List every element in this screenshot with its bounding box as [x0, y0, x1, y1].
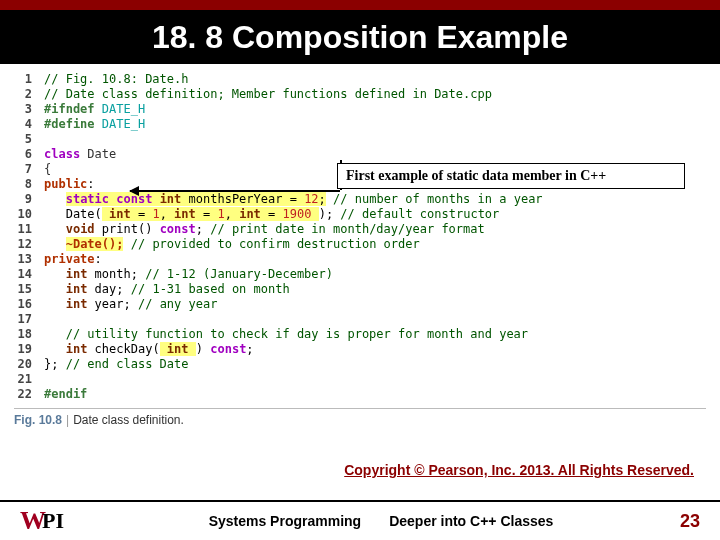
- callout-box: First example of static data member in C…: [337, 163, 685, 189]
- footer: WPI Systems ProgrammingDeeper into C++ C…: [0, 500, 720, 540]
- code-line: 17: [14, 312, 706, 327]
- callout-arrow: [130, 190, 340, 192]
- code-line: 5: [14, 132, 706, 147]
- code-line: 22#endif: [14, 387, 706, 402]
- code-listing: 1// Fig. 10.8: Date.h2// Date class defi…: [14, 72, 706, 427]
- code-line: 19 int checkDay( int ) const;: [14, 342, 706, 357]
- footer-text: Systems ProgrammingDeeper into C++ Class…: [82, 513, 680, 529]
- code-line: 13private:: [14, 252, 706, 267]
- wpi-logo: WPI: [20, 508, 82, 534]
- code-line: 16 int year; // any year: [14, 297, 706, 312]
- page-number: 23: [680, 511, 700, 532]
- code-line: 11 void print() const; // print date in …: [14, 222, 706, 237]
- code-line: 15 int day; // 1-31 based on month: [14, 282, 706, 297]
- title-bar: 18. 8 Composition Example: [0, 0, 720, 64]
- code-line: 2// Date class definition; Member functi…: [14, 87, 706, 102]
- code-line: 6class Date: [14, 147, 706, 162]
- code-line: 3#ifndef DATE_H: [14, 102, 706, 117]
- slide-title: 18. 8 Composition Example: [152, 19, 568, 56]
- code-line: 12 ~Date(); // provided to confirm destr…: [14, 237, 706, 252]
- code-line: 14 int month; // 1-12 (January-December): [14, 267, 706, 282]
- copyright-text: Copyright © Pearson, Inc. 2013. All Righ…: [344, 462, 694, 478]
- code-line: 10 Date( int = 1, int = 1, int = 1900 );…: [14, 207, 706, 222]
- code-line: 21: [14, 372, 706, 387]
- code-line: 1// Fig. 10.8: Date.h: [14, 72, 706, 87]
- code-line: 20}; // end class Date: [14, 357, 706, 372]
- code-line: 9 static const int monthsPerYear = 12; /…: [14, 192, 706, 207]
- code-line: 18 // utility function to check if day i…: [14, 327, 706, 342]
- figure-caption: Fig. 10.8|Date class definition.: [14, 413, 706, 427]
- code-line: 4#define DATE_H: [14, 117, 706, 132]
